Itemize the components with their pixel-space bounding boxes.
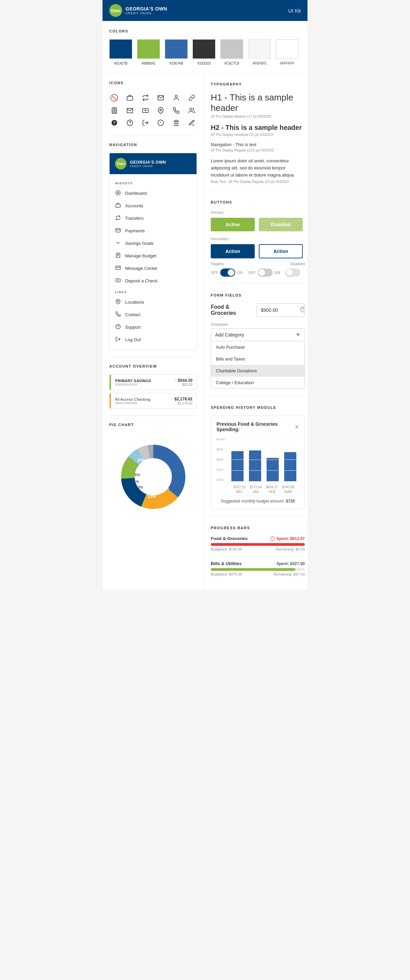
icon-briefcase [125, 94, 135, 102]
svg-text:20%: 20% [137, 458, 145, 463]
nav-item-deposit[interactable]: Deposit a Check [110, 275, 196, 287]
nav-item-payments[interactable]: Payments [110, 224, 196, 237]
dropdown-option-3[interactable]: Charitable Donations [211, 365, 305, 377]
deposit-icon [115, 278, 121, 284]
form-input[interactable] [257, 304, 297, 316]
spending-history-title: SPENDING HISTORY MODULE [211, 406, 305, 409]
spending-card: Previous Food & Groceries Spending: ✕ $1… [211, 415, 305, 509]
savings-account-name: PRIMARY SAVINGS [115, 379, 175, 383]
toggle-off[interactable] [258, 269, 273, 277]
up-arrow-icon-2: ↑ [171, 397, 173, 401]
progress-label-food: Food & Groceries [211, 536, 247, 541]
icon-mail [125, 107, 135, 114]
spending-close-button[interactable]: ✕ [295, 424, 299, 430]
action-filled-button[interactable]: Action [211, 244, 255, 258]
toggle-on[interactable] [220, 269, 235, 277]
nav-item-locations[interactable]: Locations [110, 296, 196, 309]
accounts-icon [115, 202, 121, 209]
secondary-label: Secondary [211, 237, 305, 241]
color-swatch-4 [193, 39, 215, 59]
toggle-off-group: OFF ON [211, 269, 243, 277]
progress-header-utilities: Bills & Utilities Spent: $427.50 [211, 561, 305, 566]
progress-divider [211, 557, 305, 557]
colors-row: #01427B #89BB41 #3367AB #333333 #C6C7C9 … [109, 39, 301, 65]
typo-body: Lorem ipsum dolor sit amet, consectetur … [211, 158, 305, 178]
checking-account-name: All Access Checking [115, 397, 171, 401]
navigation-title: NAVIGATION [109, 143, 197, 147]
toggle-thumb-off [258, 269, 265, 276]
nav-item-support[interactable]: Support [110, 321, 196, 333]
dropdown-section: Dropdown: Add Category Auto Purchase Bil… [211, 322, 305, 389]
color-label-1: #01427B [114, 62, 128, 65]
nav-item-logout[interactable]: Log Out [110, 333, 196, 346]
nav-item-budget[interactable]: Manage Budget [110, 250, 196, 262]
svg-point-15 [160, 109, 162, 111]
nav-brand-block: GEORGIA'S OWN CREDIT UNION [130, 160, 166, 168]
color-swatch-2 [137, 39, 160, 59]
x-label-jan: $771.04JAN [250, 485, 262, 495]
toggle-on-label: ON [237, 270, 243, 275]
active-button[interactable]: Active [211, 218, 255, 231]
disabled-button: Disabled [259, 218, 303, 231]
dropdown-option-4[interactable]: College / Education [211, 377, 305, 388]
nav-item-transfers[interactable]: Transfers [110, 212, 196, 224]
nav-item-contact[interactable]: Contact [110, 309, 196, 321]
dropdown-option-1[interactable]: Auto Purchase [211, 341, 305, 353]
nav-item-savings-label: Savings Goals [125, 241, 153, 246]
dropdown-option-2[interactable]: Bills and Taxes [211, 353, 305, 365]
svg-text:12%: 12% [147, 494, 155, 499]
widgets-label: WIDGETS [110, 178, 196, 187]
icon-edit [187, 119, 197, 126]
savings-icon [115, 240, 121, 247]
progress-label-utilities: Bills & Utilities [211, 561, 241, 566]
buttons-section: Primary Active Disabled Secondary Action… [211, 210, 305, 277]
account-card-savings: PRIMARY SAVINGS 3290015432109 ↑ $544.20 … [109, 374, 197, 390]
nav-item-accounts[interactable]: Accounts [110, 199, 196, 212]
form-help-icon[interactable] [297, 304, 305, 317]
nav-item-messages[interactable]: Message Center [110, 262, 196, 275]
icon-location [156, 107, 166, 114]
toggle-off-label: OFF [211, 270, 218, 275]
icon-help-filled: ? [109, 119, 120, 126]
progress-fill-utilities [211, 568, 295, 571]
toggle-thumb-disabled [286, 269, 293, 276]
color-label-3: #3367AB [169, 62, 183, 65]
svg-text:36%: 36% [158, 468, 166, 473]
y-label-600: $600 [217, 458, 225, 461]
svg-text:6%: 6% [134, 479, 139, 484]
checking-sub-amount: $2,178.62 [171, 401, 193, 405]
toggles-label: Toggles: [211, 262, 225, 266]
color-label-2: #89BB41 [141, 62, 155, 65]
icon-link [187, 94, 197, 102]
color-item-6: #F5F5F5 [248, 39, 271, 65]
bar-jan-rect [249, 450, 261, 482]
y-label-1000: $1000 [217, 438, 225, 441]
svg-rect-0 [127, 96, 132, 100]
chart-wrapper: $1000 $800 $600 $400 $200 [217, 438, 299, 496]
nav-item-dashboard-label: Dashboard [125, 191, 147, 196]
progress-footer-food: Budgeted: $725.00 Remaining: $0.00 [211, 547, 305, 551]
y-label-400: $400 [217, 468, 225, 471]
icon-deposit [140, 107, 150, 114]
dropdown-select[interactable]: Add Category Auto Purchase Bills and Tax… [211, 328, 305, 341]
progress-track-food [211, 543, 305, 546]
icon-envelope [156, 94, 166, 102]
nav-item-savings[interactable]: Savings Goals [110, 237, 196, 250]
dropdown-options: Auto Purchase Bills and Taxes Charitable… [211, 341, 305, 389]
spending-suggestion: Suggested monthly budget amount: $725 [217, 496, 299, 504]
icon-phone [171, 107, 181, 114]
progress-spent-utilities: Spent: $427.50 [276, 562, 305, 566]
bar-jan [249, 450, 261, 482]
dropdown-wrapper: Add Category Auto Purchase Bills and Tax… [211, 328, 305, 341]
spending-card-header: Previous Food & Groceries Spending: ✕ [217, 422, 299, 432]
y-label-200: $200 [217, 478, 225, 482]
nav-brand-sub: CREDIT UNION [130, 165, 166, 168]
logo-text: Own [111, 8, 120, 13]
nav-item-deposit-label: Deposit a Check [125, 278, 157, 283]
nav-logo-circle: Own [115, 158, 126, 169]
nav-item-dashboard[interactable]: Dashboard [110, 187, 196, 199]
logo-brand: GEORGIA'S OWN CREDIT UNION [126, 6, 167, 15]
action-outline-button[interactable]: Action [259, 244, 303, 258]
nav-item-transfers-label: Transfers [125, 216, 144, 221]
nav-item-payments-label: Payments [125, 228, 145, 233]
